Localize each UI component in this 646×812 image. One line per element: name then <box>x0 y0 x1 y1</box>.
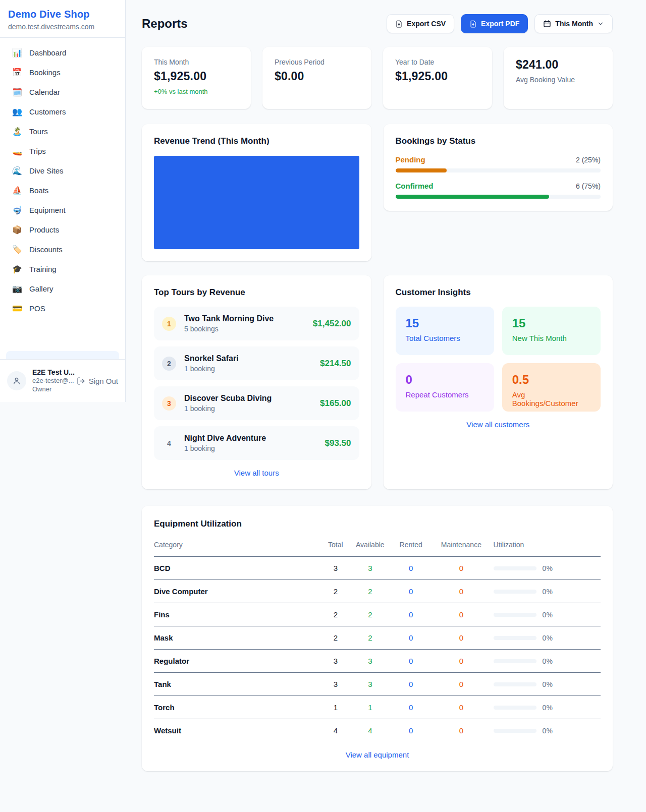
speedboat-icon: 🚤 <box>12 147 22 155</box>
top-tours-title: Top Tours by Revenue <box>154 287 359 298</box>
file-download-icon <box>395 20 403 28</box>
cell-available: 1 <box>347 696 393 719</box>
tile-label: Avg Bookings/Customer <box>512 390 590 408</box>
tour-row[interactable]: 4 Night Dive Adventure 1 booking $93.50 <box>154 426 359 460</box>
utilization-bar <box>494 729 536 733</box>
table-row: Dive Computer 2 2 0 0 0% <box>154 580 601 603</box>
stat-delta: +0% vs last month <box>154 88 239 95</box>
user-icon <box>12 376 21 385</box>
cell-rented: 0 <box>393 719 429 742</box>
customer-insights-title: Customer Insights <box>396 287 601 298</box>
sidebar-item-label: Calendar <box>29 88 60 96</box>
status-label: Pending <box>396 155 425 164</box>
cell-maintenance: 0 <box>429 603 494 626</box>
column-header-rented: Rented <box>393 536 429 557</box>
view-all-customers-link[interactable]: View all customers <box>396 420 601 429</box>
sidebar-item-boats[interactable]: ⛵ Boats <box>6 182 119 199</box>
cell-total: 2 <box>324 626 347 650</box>
cell-available: 3 <box>347 650 393 673</box>
export-pdf-button[interactable]: Export PDF <box>461 14 528 33</box>
utilization-percent: 0% <box>543 588 553 596</box>
sidebar-item-label: Training <box>29 265 57 273</box>
sidebar: Demo Dive Shop demo.test.divestreams.com… <box>0 0 126 402</box>
diving-mask-icon: 🤿 <box>12 206 22 214</box>
page-title: Reports <box>142 17 188 31</box>
brand-domain: demo.test.divestreams.com <box>8 23 117 31</box>
cell-category: Fins <box>154 603 324 626</box>
tile-label: New This Month <box>512 334 590 342</box>
tour-row[interactable]: 3 Discover Scuba Diving 1 booking $165.0… <box>154 386 359 420</box>
brand-block: Demo Dive Shop demo.test.divestreams.com <box>0 0 125 38</box>
customer-insights-card: Customer Insights 15 Total Customers 15 … <box>384 275 613 489</box>
log-out-icon <box>77 377 85 385</box>
table-header-row: Category Total Available Rented Maintena… <box>154 536 601 557</box>
tour-bookings: 1 booking <box>184 365 239 373</box>
cell-rented: 0 <box>393 673 429 696</box>
sidebar-item-label: Gallery <box>29 284 53 293</box>
tile-avg-bookings-customer: 0.5 Avg Bookings/Customer <box>502 363 601 412</box>
sidebar-item-dashboard[interactable]: 📊 Dashboard <box>6 44 119 62</box>
graduation-cap-icon: 🎓 <box>12 265 22 273</box>
cell-maintenance: 0 <box>429 696 494 719</box>
stat-card-year-to-date: Year to Date $1,925.00 <box>383 47 492 109</box>
column-header-category: Category <box>154 536 324 557</box>
sidebar-item-pos[interactable]: 💳 POS <box>6 300 119 317</box>
stat-value: $0.00 <box>275 70 359 83</box>
island-icon: 🏝️ <box>12 128 22 136</box>
tour-bookings: 1 booking <box>184 444 266 452</box>
package-icon: 📦 <box>12 226 22 234</box>
bookings-by-status-title: Bookings by Status <box>396 136 601 146</box>
export-csv-button[interactable]: Export CSV <box>387 14 454 33</box>
cell-category: Tank <box>154 673 324 696</box>
period-select[interactable]: This Month <box>534 14 613 33</box>
sidebar-item-gallery[interactable]: 📷 Gallery <box>6 280 119 298</box>
tour-row[interactable]: 2 Snorkel Safari 1 booking $214.50 <box>154 346 359 380</box>
cell-category: Dive Computer <box>154 580 324 603</box>
tour-row[interactable]: 1 Two Tank Morning Dive 5 bookings $1,45… <box>154 307 359 340</box>
tile-value: 15 <box>512 316 590 330</box>
sidebar-item-label: Equipment <box>29 206 66 214</box>
view-all-equipment-link[interactable]: View all equipment <box>154 750 601 759</box>
view-all-tours-link[interactable]: View all tours <box>154 469 359 477</box>
stat-value: $241.00 <box>516 58 601 72</box>
sidebar-item-training[interactable]: 🎓 Training <box>6 260 119 278</box>
tile-value: 0 <box>406 373 484 387</box>
tile-repeat-customers: 0 Repeat Customers <box>396 363 494 412</box>
sidebar-item-equipment[interactable]: 🤿 Equipment <box>6 201 119 219</box>
cell-maintenance: 0 <box>429 580 494 603</box>
utilization-percent: 0% <box>543 727 553 735</box>
status-bar-fill <box>396 168 447 172</box>
sidebar-item-discounts[interactable]: 🏷️ Discounts <box>6 241 119 258</box>
cell-available: 3 <box>347 673 393 696</box>
sidebar-item-customers[interactable]: 👥 Customers <box>6 103 119 121</box>
table-row: Tank 3 3 0 0 0% <box>154 673 601 696</box>
main-content: Reports Export CSV Export PDF This Month <box>126 0 646 791</box>
status-bar-fill <box>396 195 550 199</box>
tour-name: Night Dive Adventure <box>184 434 266 443</box>
calendar-icon: 📅 <box>12 69 22 77</box>
stat-label: This Month <box>154 58 239 66</box>
sidebar-item-bookings[interactable]: 📅 Bookings <box>6 64 119 81</box>
bookings-by-status-card: Bookings by Status Pending 2 (25%) Confi… <box>384 124 613 211</box>
utilization-bar <box>494 706 536 710</box>
cell-rented: 0 <box>393 557 429 580</box>
column-header-total: Total <box>324 536 347 557</box>
bar-chart-icon: 📊 <box>12 49 22 57</box>
charts-row: Revenue Trend (This Month) Bookings by S… <box>142 124 613 261</box>
table-row: Fins 2 2 0 0 0% <box>154 603 601 626</box>
sidebar-item-dive-sites[interactable]: 🌊 Dive Sites <box>6 162 119 180</box>
sign-out-button[interactable]: Sign Out <box>77 377 118 385</box>
tile-value: 0.5 <box>512 373 590 387</box>
brand-title[interactable]: Demo Dive Shop <box>8 9 117 20</box>
sidebar-item-calendar[interactable]: 🗓️ Calendar <box>6 83 119 101</box>
sidebar-item-trips[interactable]: 🚤 Trips <box>6 142 119 160</box>
status-value: 2 (25%) <box>576 156 601 164</box>
table-row: Torch 1 1 0 0 0% <box>154 696 601 719</box>
header-actions: Export CSV Export PDF This Month <box>387 14 613 33</box>
utilization-bar <box>494 590 536 594</box>
sidebar-item-tours[interactable]: 🏝️ Tours <box>6 123 119 140</box>
utilization-percent: 0% <box>543 564 553 572</box>
sidebar-item-products[interactable]: 📦 Products <box>6 221 119 239</box>
sidebar-item-reports-partial[interactable] <box>6 351 119 359</box>
user-panel: E2E Test U... e2e-tester@... Owner Sign … <box>0 359 125 402</box>
